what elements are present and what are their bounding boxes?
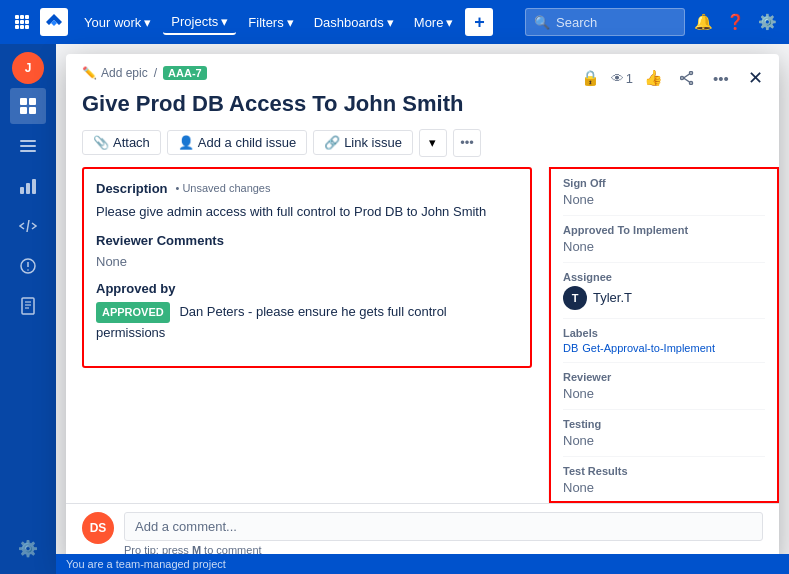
issue-title: Give Prod DB Access To John Smith (66, 86, 779, 129)
top-navigation: Your work ▾ Projects ▾ Filters ▾ Dashboa… (0, 0, 789, 44)
svg-rect-18 (32, 179, 36, 194)
svg-rect-3 (15, 20, 19, 24)
comment-area (82, 380, 532, 400)
main-content: 🔒 👁 1 👍 ••• ✕ ✏️ Add epic / AAA-7 Giv (56, 44, 789, 574)
assignee-field: Assignee T Tyler.T (563, 263, 765, 319)
filters-nav[interactable]: Filters ▾ (240, 11, 301, 34)
svg-rect-10 (29, 98, 36, 105)
svg-rect-8 (25, 25, 29, 29)
issues-icon[interactable] (10, 248, 46, 284)
assignee-row[interactable]: T Tyler.T (563, 286, 765, 310)
label-approval[interactable]: Get-Approval-to-Implement (582, 342, 715, 354)
status-bar: You are a team-managed project (56, 554, 789, 574)
svg-rect-17 (26, 183, 30, 194)
breadcrumb-separator: / (154, 66, 157, 80)
breadcrumb-add-epic[interactable]: ✏️ Add epic (82, 66, 148, 80)
test-results-field: Test results None (563, 457, 765, 503)
code-icon[interactable] (10, 208, 46, 244)
issue-panel: 🔒 👁 1 👍 ••• ✕ ✏️ Add epic / AAA-7 Giv (66, 54, 779, 564)
svg-rect-15 (20, 150, 36, 152)
create-button[interactable]: + (465, 8, 493, 36)
board-icon[interactable] (10, 88, 46, 124)
toolbar-dropdown-button[interactable]: ▾ (419, 129, 447, 157)
comment-input-wrap: Add a comment... Pro tip: press M to com… (124, 512, 763, 556)
commenter-avatar: DS (82, 512, 114, 544)
approved-to-implement-field: Approved to Implement None (563, 216, 765, 263)
apps-icon[interactable] (8, 8, 36, 36)
your-work-nav[interactable]: Your work ▾ (76, 11, 159, 34)
dashboards-nav[interactable]: Dashboards ▾ (306, 11, 402, 34)
link-icon: 🔗 (324, 135, 340, 150)
description-section-title: Description • Unsaved changes (96, 181, 518, 196)
help-icon[interactable]: ❓ (721, 8, 749, 36)
share-icon[interactable] (673, 64, 701, 92)
more-nav[interactable]: More ▾ (406, 11, 462, 34)
projects-nav[interactable]: Projects ▾ (163, 10, 236, 35)
thumbsup-icon[interactable]: 👍 (639, 64, 667, 92)
more-icon[interactable]: ••• (707, 64, 735, 92)
assignee-avatar: T (563, 286, 587, 310)
reviewer-comments-title: Reviewer Comments (96, 233, 518, 248)
close-icon[interactable]: ✕ (741, 64, 769, 92)
breadcrumb-issue-id[interactable]: AAA-7 (163, 66, 207, 80)
eye-icon: 👁 (611, 71, 624, 86)
attach-icon: 📎 (93, 135, 109, 150)
approved-by-title: Approved by (96, 281, 518, 296)
toolbar-more-button[interactable]: ••• (453, 129, 481, 157)
child-icon: 👤 (178, 135, 194, 150)
project-settings-icon[interactable]: ⚙️ (10, 530, 46, 566)
issue-left-column: Description • Unsaved changes Please giv… (66, 167, 549, 503)
svg-rect-6 (15, 25, 19, 29)
svg-rect-12 (29, 107, 36, 114)
svg-rect-5 (25, 20, 29, 24)
svg-rect-13 (20, 140, 36, 142)
left-sidebar: J ⚙️ (0, 44, 56, 574)
svg-rect-16 (20, 187, 24, 194)
watchers-count[interactable]: 👁 1 (611, 71, 633, 86)
svg-rect-14 (20, 145, 36, 147)
notifications-icon[interactable]: 🔔 (689, 8, 717, 36)
backlog-icon[interactable] (10, 128, 46, 164)
svg-rect-0 (15, 15, 19, 19)
svg-rect-2 (25, 15, 29, 19)
attach-button[interactable]: 📎 Attach (82, 130, 161, 155)
sign-off-field: Sign Off None (563, 169, 765, 216)
panel-actions: 🔒 👁 1 👍 ••• ✕ (577, 64, 769, 92)
svg-line-19 (27, 220, 29, 232)
svg-rect-4 (20, 20, 24, 24)
search-box[interactable]: 🔍 Search (525, 8, 685, 36)
labels-field: Labels DB Get-Approval-to-Implement (563, 319, 765, 363)
svg-rect-9 (20, 98, 27, 105)
pages-icon[interactable] (10, 288, 46, 324)
approved-by-content: APPROVED Dan Peters - please ensure he g… (96, 302, 518, 342)
issue-toolbar: 📎 Attach 👤 Add a child issue 🔗 Link issu… (66, 129, 779, 167)
search-icon: 🔍 (534, 15, 550, 30)
reviewer-field: Reviewer None (563, 363, 765, 410)
issue-right-column: Sign Off None Approved to Implement None… (549, 167, 779, 503)
pencil-icon: ✏️ (82, 66, 97, 80)
issue-body: Description • Unsaved changes Please giv… (66, 167, 779, 503)
svg-point-27 (690, 72, 693, 75)
label-db[interactable]: DB (563, 342, 578, 354)
settings-icon[interactable]: ⚙️ (753, 8, 781, 36)
svg-rect-7 (20, 25, 24, 29)
comment-input[interactable]: Add a comment... (124, 512, 763, 541)
description-box: Description • Unsaved changes Please giv… (82, 167, 532, 369)
svg-rect-1 (20, 15, 24, 19)
svg-line-31 (684, 78, 690, 82)
link-issue-button[interactable]: 🔗 Link issue (313, 130, 413, 155)
description-content: Please give admin access with full contr… (96, 202, 518, 222)
labels-row: DB Get-Approval-to-Implement (563, 342, 765, 354)
svg-line-30 (684, 74, 690, 78)
jira-logo[interactable] (40, 8, 68, 36)
project-avatar[interactable]: J (12, 52, 44, 84)
reports-icon[interactable] (10, 168, 46, 204)
svg-point-29 (681, 77, 684, 80)
add-child-button[interactable]: 👤 Add a child issue (167, 130, 307, 155)
nav-actions: 🔔 ❓ ⚙️ (689, 8, 781, 36)
reviewer-comments-value: None (96, 254, 518, 269)
svg-point-28 (690, 82, 693, 85)
testing-field: Testing None (563, 410, 765, 457)
lock-icon[interactable]: 🔒 (577, 64, 605, 92)
svg-rect-11 (20, 107, 27, 114)
